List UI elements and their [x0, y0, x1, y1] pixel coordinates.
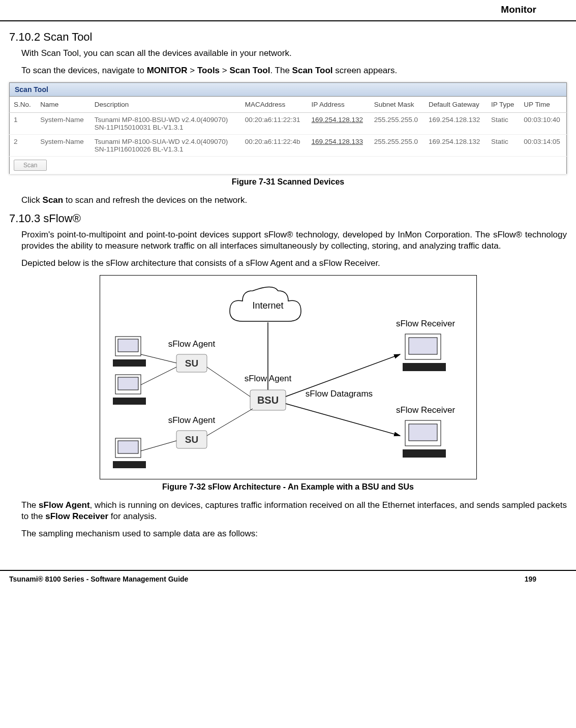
- sflow-architecture-diagram: Internet sFlow Agent BSU sFlow Agent SU …: [100, 275, 477, 479]
- col-desc: Description: [90, 97, 241, 113]
- page-header: Monitor: [0, 0, 576, 21]
- sflow-receiver-bottom: sFlow Receiver: [396, 405, 455, 458]
- su-node-top: sFlow Agent SU: [168, 339, 215, 372]
- svg-text:sFlow Agent: sFlow Agent: [244, 374, 291, 383]
- pc-icon: [113, 438, 146, 468]
- section-title-sflow: 7.10.3 sFlow®: [9, 212, 567, 225]
- ip-link[interactable]: 169.254.128.133: [312, 138, 363, 145]
- svg-rect-21: [118, 441, 138, 453]
- header-section-name: Monitor: [501, 4, 536, 15]
- sflow-receiver-top: sFlow Receiver: [396, 319, 455, 371]
- scan-tool-click-sentence: Click Scan to scan and refresh the devic…: [21, 195, 567, 206]
- col-name: Name: [36, 97, 90, 113]
- diagram-internet-label: Internet: [252, 300, 283, 311]
- svg-rect-32: [409, 424, 437, 441]
- figure-caption-31: Figure 7-31 Scanned Devices: [9, 177, 567, 187]
- sflow-para2: Depicted below is the sFlow architecture…: [21, 258, 567, 269]
- svg-rect-17: [118, 377, 138, 390]
- svg-text:sFlow Receiver: sFlow Receiver: [396, 319, 455, 328]
- svg-rect-18: [113, 398, 146, 405]
- internet-cloud-icon: Internet: [230, 287, 301, 322]
- scan-tool-header-row: S.No. Name Description MACAddress IP Add…: [10, 97, 567, 113]
- svg-line-19: [141, 367, 176, 385]
- sflow-para1: Proxim's point-to-multipoint and point-t…: [21, 229, 567, 252]
- table-row: 1 System-Name Tsunami MP-8100-BSU-WD v2.…: [10, 113, 567, 135]
- col-sno: S.No.: [10, 97, 37, 113]
- svg-text:SU: SU: [185, 434, 198, 445]
- table-row: 2 System-Name Tsunami MP-8100-SUA-WD v2.…: [10, 135, 567, 157]
- col-gw: Default Gateway: [425, 97, 487, 113]
- svg-line-15: [141, 354, 176, 363]
- footer-page-number: 199: [525, 575, 536, 583]
- svg-text:SU: SU: [185, 358, 198, 369]
- su-node-bottom: sFlow Agent SU: [168, 415, 215, 448]
- col-mac: MACAddress: [241, 97, 308, 113]
- svg-rect-14: [113, 359, 146, 367]
- svg-rect-29: [403, 363, 446, 371]
- scan-tool-nav-sentence: To scan the devices, navigate to MONITOR…: [21, 65, 567, 76]
- svg-rect-13: [118, 339, 138, 352]
- col-uptime: UP Time: [520, 97, 566, 113]
- svg-rect-22: [113, 461, 146, 468]
- bsu-node: sFlow Agent BSU: [244, 374, 291, 410]
- svg-rect-33: [403, 449, 446, 458]
- scan-tool-table: Scan Tool S.No. Name Description MACAddr…: [9, 82, 567, 174]
- svg-line-23: [141, 441, 176, 451]
- svg-text:sFlow Agent: sFlow Agent: [168, 415, 215, 425]
- section-title-scan-tool: 7.10.2 Scan Tool: [9, 31, 567, 44]
- scan-tool-titlebar: Scan Tool: [10, 83, 567, 97]
- ip-link[interactable]: 169.254.128.132: [312, 116, 363, 124]
- svg-line-25: [286, 404, 400, 436]
- col-iptype: IP Type: [487, 97, 520, 113]
- svg-text:sFlow Agent: sFlow Agent: [168, 339, 215, 349]
- svg-text:BSU: BSU: [257, 395, 278, 406]
- svg-line-7: [207, 367, 250, 397]
- col-mask: Subnet Mask: [370, 97, 425, 113]
- diagram-datagrams-label: sFlow Datagrams: [305, 389, 372, 399]
- footer-doc-title: Tsunami® 8100 Series - Software Manageme…: [9, 575, 188, 583]
- scan-button[interactable]: Scan: [14, 160, 47, 171]
- sflow-after-para1: The sFlow Agent, which is running on dev…: [21, 500, 567, 522]
- pc-icon: [113, 337, 146, 367]
- sflow-after-para2: The sampling mechanism used to sample da…: [21, 528, 567, 539]
- pc-icon: [113, 375, 146, 405]
- scan-tool-intro: With Scan Tool, you can scan all the dev…: [21, 48, 567, 59]
- page-footer: Tsunami® 8100 Series - Software Manageme…: [0, 571, 576, 583]
- svg-text:sFlow Receiver: sFlow Receiver: [396, 405, 455, 415]
- col-ip: IP Address: [308, 97, 370, 113]
- svg-rect-28: [409, 338, 437, 354]
- figure-caption-32: Figure 7-32 sFlow Architecture - An Exam…: [9, 482, 567, 492]
